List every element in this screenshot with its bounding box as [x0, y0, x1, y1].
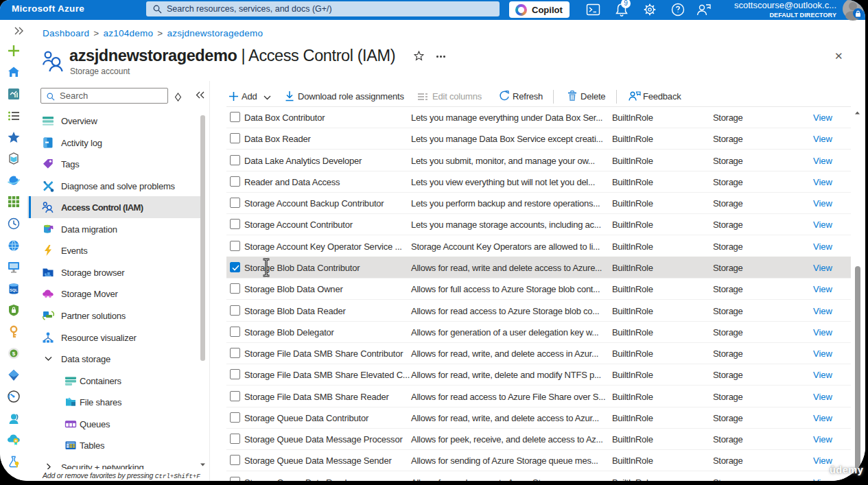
svg-text:$: $ — [12, 351, 16, 357]
svg-text:SQL: SQL — [10, 288, 18, 292]
